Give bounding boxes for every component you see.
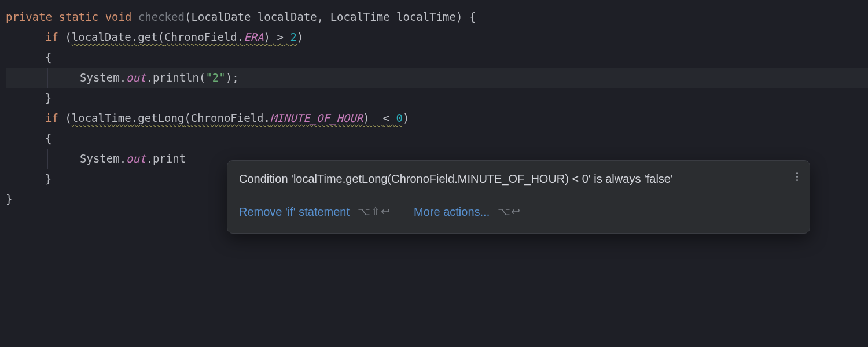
- brace-open: {: [469, 10, 476, 23]
- paren: );: [226, 71, 239, 84]
- tooltip-actions: Remove 'if' statement ⌥⇧↩ More actions..…: [239, 201, 798, 223]
- code-line[interactable]: if (localTime.getLong(ChronoField.MINUTE…: [6, 108, 868, 128]
- operator: <: [383, 112, 389, 124]
- param-type: LocalTime: [330, 10, 390, 23]
- number-literal: 2: [290, 31, 296, 43]
- code-line[interactable]: {: [6, 128, 868, 149]
- code-line[interactable]: {: [6, 47, 868, 68]
- paren: (: [184, 112, 190, 124]
- brace-open: {: [45, 51, 52, 64]
- tooltip-message: Condition 'localTime.getLong(ChronoField…: [239, 170, 798, 187]
- dot: .: [120, 152, 126, 165]
- quickfix-label[interactable]: Remove 'if' statement: [239, 201, 350, 223]
- method-call: get: [138, 31, 157, 43]
- class-ref: System: [80, 71, 120, 84]
- paren: ): [403, 112, 409, 124]
- paren: ): [456, 10, 469, 23]
- code-line[interactable]: if (localDate.get(ChronoField.ERA) > 2): [6, 27, 868, 47]
- field-out: out: [126, 152, 146, 165]
- paren: ): [297, 31, 303, 43]
- dot: .: [264, 112, 270, 124]
- method-call: getLong: [138, 112, 184, 124]
- quickfix-remove-if[interactable]: Remove 'if' statement ⌥⇧↩: [239, 201, 391, 223]
- param-name: localTime: [396, 10, 456, 23]
- code-line-highlighted[interactable]: System.out.println("2");: [6, 68, 868, 88]
- inspection-tooltip: Condition 'localTime.getLong(ChronoField…: [227, 160, 810, 234]
- param-name: localDate: [258, 10, 317, 23]
- param-type: LocalDate: [191, 10, 251, 23]
- paren: ): [363, 112, 369, 124]
- keyword-if: if: [45, 31, 58, 43]
- dot: .: [146, 71, 152, 84]
- comma: ,: [317, 10, 330, 23]
- enum-constant: ERA: [244, 31, 263, 43]
- number-literal: 0: [396, 112, 402, 124]
- brace-close: }: [45, 91, 52, 104]
- inspection-warning[interactable]: localDate.get(ChronoField.ERA) > 2: [72, 31, 297, 43]
- paren: (: [65, 112, 71, 124]
- keyword-void: void: [105, 10, 132, 23]
- string-literal: "2": [205, 71, 225, 84]
- enum-constant: MINUTE_OF_HOUR: [270, 112, 363, 124]
- code-line[interactable]: private static void checked(LocalDate lo…: [6, 7, 868, 27]
- field-out: out: [126, 71, 146, 84]
- paren: ): [264, 31, 270, 43]
- more-actions[interactable]: More actions... ⌥↩: [414, 201, 521, 223]
- indent-guide: [47, 68, 48, 88]
- shortcut-hint: ⌥↩: [498, 202, 521, 222]
- brace-close: }: [6, 193, 12, 205]
- paren: (: [199, 71, 205, 84]
- dot: .: [146, 152, 152, 165]
- brace-close: }: [45, 172, 52, 185]
- paren: (: [185, 10, 191, 23]
- method-call: println: [153, 71, 199, 84]
- more-actions-label[interactable]: More actions...: [414, 201, 490, 223]
- class-ref: ChronoField: [164, 31, 237, 43]
- shortcut-hint: ⌥⇧↩: [358, 202, 391, 222]
- paren: (: [65, 31, 71, 43]
- method-call-partial: print: [153, 152, 186, 165]
- code-line[interactable]: }: [6, 88, 868, 108]
- dot: .: [131, 112, 138, 124]
- paren: (: [158, 31, 164, 43]
- indent-guide: [47, 149, 48, 169]
- kebab-menu-icon[interactable]: [794, 170, 800, 183]
- method-name: checked: [138, 10, 185, 23]
- brace-open: {: [45, 132, 52, 145]
- keyword-private: private: [6, 10, 52, 23]
- dot: .: [131, 31, 138, 43]
- keyword-static: static: [59, 10, 99, 23]
- class-ref: ChronoField: [191, 112, 264, 124]
- keyword-if: if: [45, 112, 58, 124]
- variable: localDate: [72, 31, 131, 43]
- dot: .: [237, 31, 244, 43]
- inspection-warning[interactable]: localTime.getLong(ChronoField.MINUTE_OF_…: [72, 112, 403, 124]
- dot: .: [120, 71, 126, 84]
- class-ref: System: [80, 152, 120, 165]
- variable: localTime: [72, 112, 131, 124]
- operator: >: [277, 31, 284, 43]
